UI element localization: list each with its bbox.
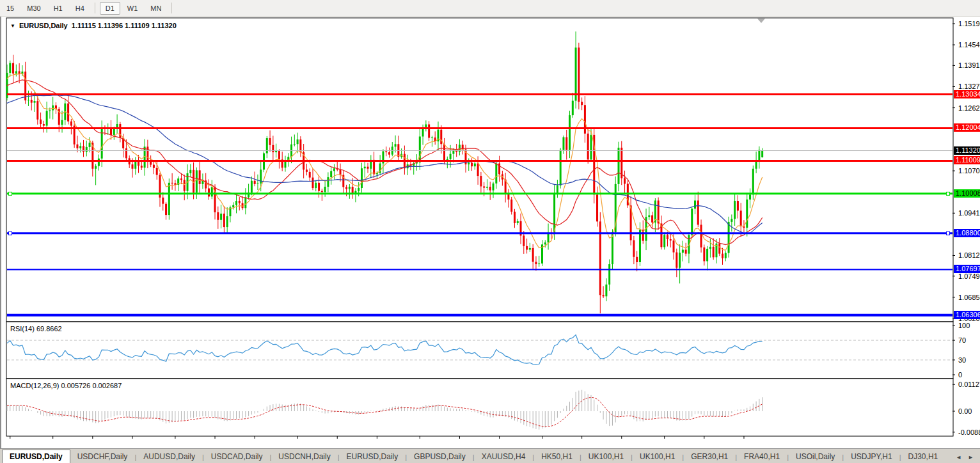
line-handle[interactable]: [947, 231, 950, 235]
chart-tab-hk50-h1[interactable]: HK50,H1: [534, 450, 580, 463]
chart-tab-fra40-h1[interactable]: FRA40,H1: [737, 450, 787, 463]
candle-body: [486, 187, 488, 188]
chart-window[interactable]: ▼EURUSD,Daily 1.11115 1.11396 1.11109 1.…: [0, 17, 980, 448]
toolbar-separator: [95, 3, 95, 13]
candle-body: [70, 122, 72, 126]
rsi-axis-label: 100: [958, 322, 970, 329]
candle-body: [489, 187, 491, 191]
chart-tab-usdcnh-daily[interactable]: USDCNH,Daily: [271, 450, 337, 463]
candle-body: [575, 47, 577, 100]
tab-scroll-right-icon[interactable]: ►: [968, 454, 974, 460]
toolbar-separator: [171, 3, 172, 13]
candle-body: [428, 124, 430, 137]
line-handle[interactable]: [947, 192, 950, 195]
timeframe-button-h1[interactable]: H1: [48, 2, 68, 15]
rsi-axis-label: 70: [958, 336, 966, 344]
candle-body: [514, 212, 516, 223]
candle-body: [43, 124, 45, 126]
candle-body: [254, 181, 256, 184]
candle-body: [474, 164, 476, 167]
candle-body: [12, 63, 14, 74]
chart-tab-audusd-daily[interactable]: AUDUSD,Daily: [136, 450, 202, 463]
candle-body: [694, 201, 696, 209]
candle-body: [758, 150, 760, 161]
price-level-tag: 1.10008: [954, 189, 980, 198]
candle-body: [196, 170, 198, 192]
chart-tab-usoil-daily[interactable]: USOil,Daily: [789, 450, 842, 463]
candle-body: [529, 248, 531, 250]
line-handle[interactable]: [9, 231, 12, 235]
chart-dropdown-icon[interactable]: ▼: [10, 23, 15, 29]
candle-body: [471, 163, 473, 167]
candle-body: [587, 134, 589, 160]
price-axis-label: 1.13915: [958, 61, 980, 69]
tab-scroll-controls: ◄►: [949, 454, 980, 463]
rsi-axis-label: 30: [958, 356, 966, 364]
candle-body: [385, 152, 387, 153]
chart-tab-usdchf-daily[interactable]: USDCHF,Daily: [70, 450, 135, 463]
chart-tab-dj30-h1[interactable]: DJ30,H1: [901, 450, 945, 463]
chart-tab-eurusd-daily[interactable]: EURUSD,Daily: [340, 450, 406, 463]
candle-body: [590, 135, 592, 159]
candle-body: [79, 146, 81, 148]
candle-body: [89, 143, 91, 147]
price-level-tag: 1.07697: [954, 265, 980, 273]
tab-scroll-left-icon[interactable]: ◄: [956, 454, 961, 460]
candle-body: [40, 120, 42, 124]
chart-tab-ger30-h1[interactable]: GER30,H1: [684, 450, 735, 463]
chart-tab-uk100-h1[interactable]: UK100,H1: [581, 450, 631, 463]
candle-body: [682, 249, 684, 253]
candle-body: [544, 242, 546, 244]
candle-body: [639, 230, 641, 262]
candle-body: [685, 249, 687, 253]
chart-tab-eurusd-daily[interactable]: EURUSD,Daily: [2, 450, 70, 463]
candle-body: [345, 187, 347, 189]
candle-body: [131, 164, 133, 169]
timeframe-button-mn[interactable]: MN: [145, 2, 167, 15]
candle-body: [676, 253, 677, 268]
chart-tab-gbpusd-daily[interactable]: GBPUSD,Daily: [407, 450, 473, 463]
chart-tab-xauusd-h4[interactable]: XAUUSD,H4: [475, 450, 533, 463]
candle-body: [171, 183, 173, 184]
macd-axis-label: 0.00: [958, 407, 972, 415]
candle-body: [9, 63, 11, 73]
candle-body: [52, 106, 54, 111]
candle-body: [278, 151, 280, 159]
candle-body: [422, 129, 424, 136]
candle-body: [651, 216, 653, 223]
candle-body: [538, 263, 540, 264]
candle-body: [324, 187, 326, 192]
candle-body: [223, 214, 225, 227]
timeframe-button-15[interactable]: 15: [1, 2, 20, 15]
chart-tab-usdcad-daily[interactable]: USDCAD,Daily: [204, 450, 270, 463]
candle-body: [266, 138, 268, 153]
candle-body: [523, 235, 525, 246]
price-axis-label: 1.09415: [958, 209, 980, 217]
candle-body: [718, 244, 720, 254]
candle-body: [709, 247, 711, 249]
price-level-tag: 1.06306: [954, 311, 980, 319]
candle-body: [28, 100, 29, 100]
timeframe-button-h4[interactable]: H4: [70, 2, 90, 15]
candle-body: [734, 201, 736, 219]
candle-body: [373, 160, 375, 175]
candle-body: [584, 105, 586, 134]
candle-body: [752, 169, 754, 195]
candle-body: [706, 249, 708, 261]
timeframe-button-m30[interactable]: M30: [21, 2, 46, 15]
timeframe-button-d1[interactable]: D1: [100, 2, 120, 15]
candle-body: [703, 247, 705, 262]
chart-canvas[interactable]: [1, 17, 980, 448]
macd-axis-label: 0.011277: [958, 381, 980, 388]
timeframe-button-w1[interactable]: W1: [122, 2, 144, 15]
chart-title: ▼EURUSD,Daily 1.11115 1.11396 1.11109 1.…: [10, 22, 177, 29]
candle-body: [211, 187, 213, 196]
candle-body: [761, 151, 763, 158]
chart-tab-uk100-h1[interactable]: UK100,H1: [633, 450, 682, 463]
candle-body: [31, 100, 33, 103]
line-handle[interactable]: [9, 192, 12, 195]
chart-tab-usdjpy-h1[interactable]: USDJPY,H1: [844, 450, 899, 463]
candle-body: [244, 197, 246, 208]
candle-body: [731, 219, 732, 222]
candle-body: [493, 184, 494, 191]
